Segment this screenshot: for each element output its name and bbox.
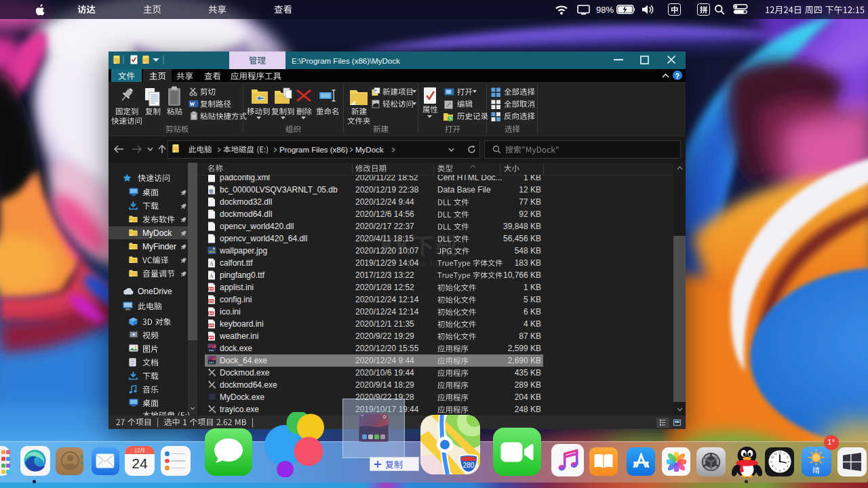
svg-text:10: 10 [770, 455, 774, 459]
svg-text:12: 12 [778, 451, 781, 454]
svg-text:A: A [210, 273, 214, 279]
svg-text:11: 11 [774, 452, 777, 455]
svg-text:A: A [210, 261, 214, 267]
svg-text:280: 280 [463, 462, 475, 469]
